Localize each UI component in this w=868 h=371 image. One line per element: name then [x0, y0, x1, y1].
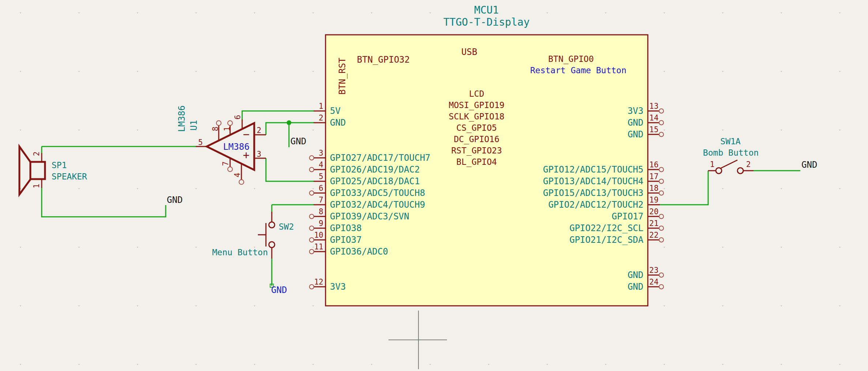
mcu-note-dc: DC_GPIO16	[454, 135, 500, 144]
pin-number-4: 4	[319, 161, 323, 169]
pin-name-right-19: GPIO2/ADC12/TOUCH2	[548, 200, 643, 209]
pin-name-left-12: 3V3	[330, 282, 346, 291]
pin-number-9: 9	[319, 220, 323, 227]
pin-number-6: 6	[319, 185, 323, 192]
pin-name-right-20: GPIO17	[612, 212, 643, 221]
pin-number-17: 17	[649, 173, 658, 181]
mcu-note-rst: RST_GPIO23	[451, 146, 502, 155]
sw1a-value[interactable]: Bomb Button	[703, 149, 759, 157]
mcu-note-mosi: MOSI_GPIO19	[449, 101, 504, 110]
mcu-value[interactable]: TTGO-T-Display	[443, 17, 530, 27]
pin-name-left-4: GPIO26/ADC19/DAC2	[330, 165, 420, 174]
amp-noninverting-input-sign: +	[243, 150, 249, 161]
speaker-box[interactable]	[30, 162, 45, 179]
amp-pin-number-6: 6	[234, 115, 242, 120]
pin-name-right-16: GPIO12/ADC15/TOUCH5	[543, 165, 643, 174]
pin-number-3: 3	[319, 149, 323, 157]
mcu-note-btn-rst: BTN_RST	[338, 57, 347, 94]
speaker-reference[interactable]: SP1	[52, 161, 67, 170]
pin-name-right-21: GPIO22/I2C_SCL	[570, 224, 643, 233]
pin-number-23: 23	[649, 267, 658, 274]
pin-name-right-14: GND	[628, 118, 643, 127]
sw1a-lever	[721, 160, 737, 168]
amp-pin-number-5: 5	[198, 139, 203, 146]
amp-inverting-input-sign: −	[243, 129, 249, 140]
sw1a-reference[interactable]: SW1A	[720, 137, 740, 146]
pin-number-22: 22	[649, 231, 658, 239]
pin-name-right-23: GND	[628, 271, 643, 279]
pin-name-left-8: GPIO39/ADC3/SVN	[330, 212, 409, 221]
mcu-note-cs: CS_GPIO5	[456, 124, 497, 132]
sw2-gnd-label[interactable]: GND	[271, 286, 287, 294]
pin-name-right-18: GPIO15/ADC13/TOUCH3	[543, 189, 643, 197]
mcu-note-lcd: LCD	[469, 90, 484, 98]
pin-number-24: 24	[649, 278, 658, 286]
mcu-note-btn-gpio0: BTN_GPIO0	[548, 55, 594, 63]
pin-number-12: 12	[314, 278, 323, 286]
amp-gnd-label[interactable]: GND	[290, 137, 306, 146]
pin-name-left-9: GPIO38	[330, 224, 362, 233]
amp-value[interactable]: LM386	[177, 105, 186, 132]
pin-name-right-15: GND	[628, 130, 643, 139]
sw2-contact-top	[269, 222, 275, 228]
pin-name-right-22: GPIO21/I2C_SDA	[570, 235, 643, 244]
pin-number-16: 16	[649, 161, 658, 169]
amp-reference[interactable]: U1	[189, 120, 198, 131]
pin-number-13: 13	[649, 103, 658, 110]
pin-name-right-13: 3V3	[628, 107, 643, 115]
pin-number-18: 18	[649, 185, 658, 192]
mcu-note-usb: USB	[461, 48, 477, 56]
pin-number-1: 1	[319, 103, 323, 110]
wire-amp-vs-to-5v[interactable]	[242, 111, 313, 119]
amp-pin-number-3: 3	[257, 151, 262, 158]
pin-number-15: 15	[649, 126, 658, 134]
pin-name-left-6: GPIO33/ADC5/TOUCH8	[330, 189, 425, 197]
pin-number-21: 21	[649, 220, 658, 227]
pin-number-5: 5	[319, 173, 323, 181]
sw1a-gnd-label[interactable]: GND	[801, 160, 817, 169]
pin-name-left-5: GPIO25/ADC18/DAC1	[330, 177, 420, 186]
speaker-cone[interactable]	[19, 146, 30, 194]
speaker-pin-number-2: 2	[33, 152, 41, 156]
amp-pin-number-2: 2	[257, 127, 262, 134]
sw1a-contact-1	[716, 168, 722, 174]
amp-pin-number-8: 8	[212, 127, 219, 131]
speaker-pin-number-1: 1	[33, 184, 41, 189]
mcu-reference[interactable]: MCU1	[474, 5, 499, 15]
mcu-note-btn-gpio32: BTN_GPIO32	[357, 55, 410, 64]
pin-name-left-11: GPIO36/ADC0	[330, 247, 388, 256]
pin-number-2: 2	[319, 114, 323, 122]
speaker-value[interactable]: SPEAKER	[52, 172, 87, 181]
sw2-contact-bottom	[269, 242, 275, 248]
sw1a-pin-number-2: 2	[746, 161, 751, 168]
schematic-graphics	[0, 0, 868, 371]
sw2-reference[interactable]: SW2	[279, 223, 294, 231]
schematic-canvas[interactable]: MCU1 TTGO-T-Display BTN_RST BTN_GPIO32 U…	[0, 0, 868, 371]
pin-number-20: 20	[649, 208, 658, 216]
pin-number-8: 8	[319, 208, 323, 216]
pin-name-right-17: GPIO13/ADC14/TOUCH4	[543, 177, 643, 186]
mcu-note-bl: BL_GPIO4	[456, 158, 497, 166]
mcu-note-sclk: SCLK_GPIO18	[449, 112, 504, 121]
pin-number-10: 10	[314, 231, 323, 239]
canvas-crosshair	[388, 311, 447, 369]
pin-name-right-24: GND	[628, 282, 643, 291]
restart-game-note[interactable]: Restart Game Button	[530, 66, 626, 75]
wire-speaker-to-gnd[interactable]	[42, 188, 166, 217]
pin-name-left-3: GPIO27/ADC17/TOUCH7	[330, 153, 431, 162]
pin-name-left-7: GPIO32/ADC4/TOUCH9	[330, 200, 425, 209]
pin-number-14: 14	[649, 114, 658, 122]
wire-amp-noninv-to-dac1[interactable]	[266, 158, 313, 181]
amp-pin-number-7: 7	[222, 162, 230, 166]
pin-number-19: 19	[649, 196, 658, 204]
pin-number-11: 11	[314, 243, 323, 251]
sw1a-pin-number-1: 1	[710, 161, 715, 168]
sw2-value[interactable]: Menu Button	[212, 248, 268, 257]
pin-number-7: 7	[319, 196, 323, 204]
pin-name-left-1: 5V	[330, 107, 341, 115]
pin-name-left-2: GND	[330, 118, 346, 127]
wire-junction-dot[interactable]	[287, 120, 292, 125]
speaker-gnd-label[interactable]: GND	[167, 196, 183, 204]
wire-gpio2-to-sw1a[interactable]	[660, 171, 708, 205]
pin-name-left-10: GPIO37	[330, 235, 362, 244]
